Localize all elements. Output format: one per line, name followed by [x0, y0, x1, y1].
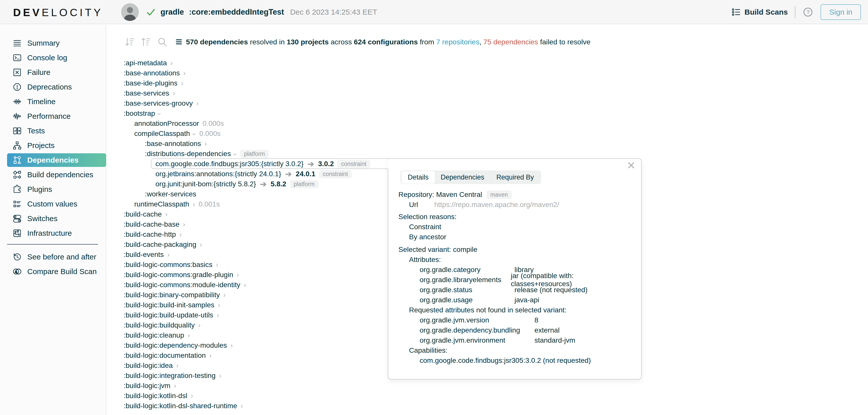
tree-row-bootstrap[interactable]: :bootstrap› [124, 108, 161, 118]
tree-row-compileclasspath[interactable]: compileClasspath›0.000s [134, 129, 220, 139]
sort-ascending-icon[interactable] [141, 37, 151, 47]
tree-row-build-logic-integration-testing[interactable]: :build-logic:integration-testing› [124, 371, 221, 381]
sidebar-item-projects[interactable]: Projects [7, 139, 106, 152]
tree-row-build-logic-documentation[interactable]: :build-logic:documentation› [124, 350, 212, 360]
sign-in-button[interactable]: Sign in [820, 4, 861, 20]
popup-tab-details[interactable]: Details [402, 171, 435, 183]
tree-row-distributions-dependencies[interactable]: :distributions-dependencies›platform [145, 149, 269, 159]
tree-row-base-services-groovy[interactable]: :base-services-groovy› [124, 98, 198, 108]
sidebar-item-switches[interactable]: Switches [7, 212, 106, 226]
chevron-right-icon[interactable]: › [219, 372, 221, 380]
failed-dependencies-link[interactable]: 75 dependencies [484, 38, 538, 46]
popup-tab-dependencies[interactable]: Dependencies [435, 171, 491, 183]
sidebar-item-infrastructure[interactable]: Infrastructure [7, 227, 106, 240]
tree-row-base-ide-plugins[interactable]: :base-ide-plugins› [124, 78, 183, 88]
sidebar-item-deprecations[interactable]: Deprecations [7, 80, 106, 94]
tree-row-annotationprocessor[interactable]: annotationProcessor0.000s [134, 118, 224, 129]
chevron-down-icon[interactable]: › [231, 153, 239, 155]
tree-row-dependency[interactable]: org.jetbrains:annotations:{strictly 24.0… [155, 169, 352, 179]
build-scans-link[interactable]: Build Scans [732, 7, 788, 17]
chevron-right-icon[interactable]: › [179, 231, 182, 239]
tree-row-base-annotations[interactable]: :base-annotations› [145, 139, 207, 149]
chevron-right-icon[interactable]: › [241, 402, 243, 410]
tree-row-build-cache-base[interactable]: :build-cache-base› [124, 219, 185, 230]
tree-row-build-cache-packaging[interactable]: :build-cache-packaging› [124, 240, 202, 250]
sidebar-item-build-dependencies[interactable]: Build dependencies [7, 168, 106, 181]
sidebar-item-summary[interactable]: Summary [7, 36, 106, 50]
chevron-right-icon[interactable]: › [205, 140, 207, 148]
help-icon[interactable]: ? [802, 6, 813, 18]
attribute-value: jar (compatible with: classes+resources) [511, 272, 631, 288]
chevron-right-icon[interactable]: › [183, 69, 186, 77]
chevron-right-icon[interactable]: › [191, 392, 193, 400]
repositories-link[interactable]: 7 repositories [436, 38, 479, 46]
chevron-right-icon[interactable]: › [173, 90, 175, 97]
tree-row-dependency[interactable]: org.junit:junit-bom:{strictly 5.8.2}➔5.8… [155, 179, 318, 189]
chevron-right-icon[interactable]: › [209, 352, 212, 359]
tree-row-build-logic-commons-gradle-plugin[interactable]: :build-logic-commons:gradle-plugin› [124, 270, 239, 280]
tree-row-build-logic-idea[interactable]: :build-logic:idea› [124, 360, 179, 371]
chevron-right-icon[interactable]: › [176, 362, 179, 370]
chevron-right-icon[interactable]: › [200, 241, 202, 249]
tree-row-build-logic-buildquality[interactable]: :build-logic:buildquality› [124, 320, 200, 330]
chevron-right-icon[interactable]: › [218, 301, 220, 309]
chevron-right-icon[interactable]: › [230, 342, 232, 349]
chevron-right-icon[interactable]: › [170, 59, 173, 67]
tree-row-build-logic-kotlin-dsl-shared-runtime[interactable]: :build-logic:kotlin-dsl-shared-runtime› [124, 401, 243, 411]
history-icon [12, 252, 22, 262]
tree-row-api-metadata[interactable]: :api-metadata› [124, 58, 173, 68]
sidebar-item-dependencies[interactable]: Dependencies [7, 153, 106, 167]
tree-row-build-logic-jvm[interactable]: :build-logic:jvm› [124, 381, 176, 391]
sidebar-item-console-log[interactable]: Console log [7, 51, 106, 65]
sidebar-item-plugins[interactable]: Plugins [7, 182, 106, 196]
sidebar-item-performance[interactable]: Performance [7, 109, 106, 123]
tree-row-base-annotations[interactable]: :base-annotations› [124, 68, 186, 78]
tree-row-build-logic-binary-compatibility[interactable]: :build-logic:binary-compatibility› [124, 290, 225, 300]
tree-row-build-logic-commons-basics[interactable]: :build-logic-commons:basics› [124, 260, 218, 270]
popup-tab-required-by[interactable]: Required By [490, 171, 540, 183]
develocity-logo: DEVELOCITY [13, 6, 103, 19]
tree-row-build-logic-commons-module-identity[interactable]: :build-logic-commons:module-identity› [124, 280, 246, 290]
sidebar-item-label: Infrastructure [27, 229, 72, 238]
sidebar-item-failure[interactable]: Failure [7, 66, 106, 79]
chevron-right-icon[interactable]: › [193, 201, 195, 208]
tree-row-build-cache-http[interactable]: :build-cache-http› [124, 230, 182, 240]
chevron-down-icon[interactable]: › [190, 133, 198, 135]
close-icon[interactable]: ✕ [627, 160, 636, 171]
chevron-right-icon[interactable]: › [167, 251, 169, 259]
tree-row-dependency[interactable]: com.google.code.findbugs:jsr305:{strictl… [155, 159, 370, 169]
chevron-down-icon[interactable]: › [155, 113, 163, 115]
chevron-right-icon[interactable]: › [183, 220, 185, 229]
chevron-right-icon[interactable]: › [217, 311, 219, 319]
tree-row-build-logic-cleanup[interactable]: :build-logic:cleanup› [124, 330, 190, 340]
chevron-right-icon[interactable]: › [174, 382, 176, 390]
attribute-name: org.gradle.libraryelements [420, 276, 506, 284]
tree-row-runtimeclasspath[interactable]: runtimeClasspath›0.001s [134, 199, 220, 209]
chevron-right-icon[interactable]: › [188, 332, 190, 339]
sidebar-item-custom-values[interactable]: Custom values [7, 197, 106, 211]
chevron-right-icon[interactable]: › [198, 321, 200, 329]
tree-row-build-logic-build-update-utils[interactable]: :build-logic:build-update-utils› [124, 310, 219, 320]
chevron-right-icon[interactable]: › [216, 261, 218, 269]
tree-row-build-logic-kotlin-dsl[interactable]: :build-logic:kotlin-dsl› [124, 391, 193, 401]
sort-descending-icon[interactable] [125, 37, 135, 47]
tree-row-base-services[interactable]: :base-services› [124, 88, 175, 98]
chevron-right-icon[interactable]: › [181, 79, 183, 87]
tree-row-worker-services[interactable]: :worker-services [145, 189, 196, 199]
tree-row-build-events[interactable]: :build-events› [124, 250, 169, 260]
chevron-right-icon[interactable]: › [196, 100, 198, 107]
tree-row-build-logic-dependency-modules[interactable]: :build-logic:dependency-modules› [124, 340, 232, 350]
sidebar-item-timeline[interactable]: Timeline [7, 95, 106, 108]
tree-row-build-logic-build-init-samples[interactable]: :build-logic:build-init-samples› [124, 300, 220, 310]
sidebar-item-compare-build-scan[interactable]: ACompare Build Scan [7, 265, 106, 278]
chevron-right-icon[interactable]: › [223, 291, 225, 299]
chevron-right-icon[interactable]: › [237, 271, 239, 279]
tree-row-build-cache[interactable]: :build-cache› [124, 209, 167, 219]
chevron-right-icon[interactable]: › [165, 210, 167, 218]
sidebar-item-see-before-and-after[interactable]: See before and after [7, 250, 106, 264]
sidebar-item-tests[interactable]: Tests [7, 124, 106, 138]
search-icon[interactable] [157, 37, 167, 47]
avatar[interactable] [121, 3, 139, 21]
chevron-right-icon[interactable]: › [244, 281, 246, 289]
attribute-row: org.gradle.usagejava-api [398, 295, 631, 305]
